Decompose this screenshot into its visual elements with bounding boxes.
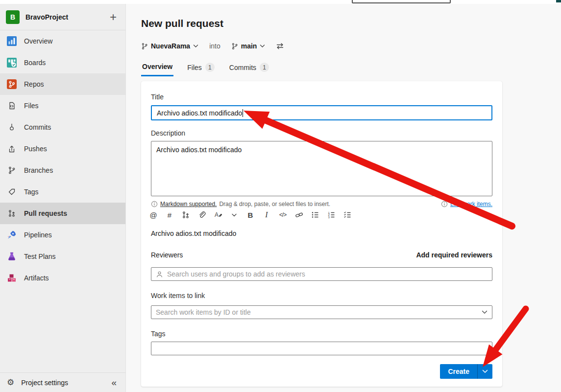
sidebar-item-label: Pull requests [24, 209, 67, 217]
tab-files[interactable]: Files 1 [186, 60, 216, 76]
description-label: Description [151, 129, 185, 137]
commits-count-badge: 1 [260, 63, 269, 72]
create-button[interactable]: Create [440, 364, 477, 379]
sidebar-item-label: Test Plans [24, 253, 56, 260]
sidebar-item-label: Commits [24, 123, 51, 131]
boards-icon [6, 58, 17, 68]
create-options-chevron[interactable] [477, 364, 492, 379]
tags-label: Tags [151, 330, 166, 338]
sidebar: B BravoProject + Overview Boards Repos [0, 4, 126, 392]
pushes-icon [6, 145, 17, 153]
info-icon [441, 201, 448, 208]
top-nav-remnant [0, 0, 561, 4]
tab-overview[interactable]: Overview [141, 60, 173, 76]
project-name: BravoProject [25, 13, 101, 21]
create-button-group: Create [440, 364, 492, 379]
sidebar-item-boards[interactable]: Boards [0, 52, 125, 73]
reviewers-search-input[interactable] [167, 270, 488, 278]
pipelines-icon [6, 230, 17, 240]
tab-label: Files [187, 64, 202, 71]
swap-branches-button[interactable] [276, 43, 284, 49]
collapse-sidebar-icon[interactable]: « [108, 377, 120, 388]
description-preview-text: Archivo adios.txt modificado [151, 230, 236, 237]
branch-icon [141, 43, 148, 50]
mention-button[interactable]: @ [147, 208, 160, 221]
sidebar-item-pipelines[interactable]: Pipelines [0, 224, 125, 246]
task-list-button[interactable] [341, 208, 354, 221]
project-settings-row[interactable]: ⚙ Project settings « [0, 372, 125, 392]
sidebar-item-tags[interactable]: Tags [0, 181, 125, 203]
add-required-reviewers-button[interactable]: Add required reviewers [416, 251, 492, 259]
pull-request-reference-button[interactable] [179, 208, 192, 221]
top-search-box-fragment[interactable] [352, 0, 451, 3]
target-branch-picker[interactable]: main [231, 42, 266, 50]
format-button[interactable]: A [212, 208, 224, 221]
attach-hint-text: Drag & drop, paste, or select files to i… [219, 201, 330, 208]
format-dropdown-chevron[interactable] [228, 208, 241, 221]
into-label: into [209, 42, 220, 50]
work-item-reference-button[interactable]: # [163, 208, 176, 221]
italic-button[interactable]: I [260, 208, 273, 221]
sidebar-item-label: Artifacts [24, 274, 49, 282]
numbered-list-button[interactable]: 123 [325, 208, 338, 221]
title-input[interactable]: Archivo adios.txt modificado [151, 105, 492, 120]
sidebar-item-files[interactable]: Files [0, 95, 125, 116]
sidebar-nav: Overview Boards Repos Files Commits [0, 30, 125, 372]
pr-tabs: Overview Files 1 Commits 1 [141, 60, 270, 76]
work-items-search-box [151, 305, 492, 319]
bullet-list-button[interactable] [309, 208, 321, 221]
target-branch-name: main [241, 42, 257, 50]
pull-request-icon [6, 209, 17, 217]
info-icon [151, 201, 158, 208]
sidebar-item-repos[interactable]: Repos [0, 73, 125, 95]
sidebar-item-test-plans[interactable]: Test Plans [0, 246, 125, 267]
tab-commits[interactable]: Commits 1 [228, 60, 270, 76]
text-cursor [243, 109, 243, 117]
markdown-toolbar: @ # A B I </> 123 [147, 208, 357, 221]
bold-button[interactable]: B [244, 208, 257, 221]
sidebar-item-commits[interactable]: Commits [0, 116, 125, 138]
sidebar-item-label: Branches [24, 166, 53, 174]
sidebar-item-label: Pipelines [24, 231, 52, 239]
sidebar-item-artifacts[interactable]: Artifacts [0, 267, 125, 289]
branches-icon [6, 166, 17, 174]
title-label: Title [151, 93, 164, 101]
chevron-down-icon[interactable] [482, 310, 488, 314]
code-button[interactable]: </> [276, 208, 289, 221]
description-hints: Markdown supported. Drag & drop, paste, … [151, 201, 492, 208]
link-work-items-link[interactable]: Link work items. [450, 201, 492, 208]
reviewers-label: Reviewers [151, 251, 183, 259]
tags-input[interactable] [156, 345, 488, 352]
source-branch-name: NuevaRama [151, 42, 190, 50]
add-project-button[interactable]: + [107, 12, 120, 22]
source-branch-picker[interactable]: NuevaRama [141, 42, 198, 50]
work-items-label: Work items to link [151, 292, 205, 300]
work-items-search-input[interactable] [156, 308, 478, 316]
repos-icon [6, 79, 17, 89]
sidebar-item-label: Pushes [24, 145, 47, 153]
sidebar-item-pushes[interactable]: Pushes [0, 138, 125, 160]
chevron-down-icon [193, 44, 198, 48]
link-button[interactable] [293, 208, 305, 221]
test-plans-icon [6, 252, 17, 261]
sidebar-item-label: Files [24, 102, 39, 110]
person-icon [156, 271, 163, 278]
markdown-supported-link[interactable]: Markdown supported. [160, 201, 217, 208]
files-count-badge: 1 [205, 63, 215, 72]
sidebar-item-branches[interactable]: Branches [0, 160, 125, 181]
branch-icon [231, 43, 238, 50]
sidebar-item-overview[interactable]: Overview [0, 30, 125, 52]
artifacts-icon [6, 273, 17, 283]
tags-input-box [151, 342, 492, 355]
sidebar-item-pull-requests[interactable]: Pull requests [0, 203, 125, 224]
project-icon: B [6, 10, 20, 24]
files-icon [6, 102, 17, 110]
project-header[interactable]: B BravoProject + [0, 4, 125, 30]
top-avatar-fragment [556, 0, 561, 2]
branch-selector-row: NuevaRama into main [141, 42, 284, 50]
description-textarea[interactable]: Archivo adios.txt modificado [151, 141, 492, 196]
gear-icon: ⚙ [7, 377, 14, 388]
svg-text:3: 3 [328, 216, 330, 219]
commits-icon [6, 123, 17, 131]
attach-file-button[interactable] [195, 208, 208, 221]
